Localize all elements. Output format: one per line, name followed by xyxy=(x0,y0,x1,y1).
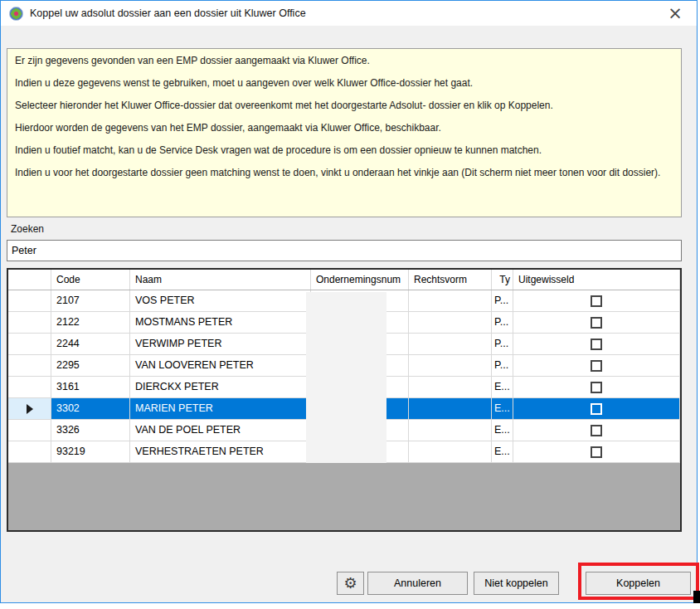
cell-uitg xyxy=(513,441,680,462)
table-header-row: Code Naam Ondernemingsnum Rechtsvorm Ty … xyxy=(8,270,680,290)
screenshot-canvas: Koppel uw adsolut dossier aan een dossie… xyxy=(0,0,700,609)
cell-naam: VERWIMP PETER xyxy=(130,334,311,354)
cell-ty: E... xyxy=(492,441,513,462)
info-paragraph: Selecteer hieronder het Kluwer Office-do… xyxy=(15,99,673,112)
settings-button[interactable]: ⚙ xyxy=(337,572,364,595)
search-label: Zoeken xyxy=(11,223,44,235)
cell-uitg xyxy=(513,355,680,376)
cell-code: 93219 xyxy=(51,441,130,462)
cell-rv xyxy=(409,420,492,441)
title-bar: Koppel uw adsolut dossier aan een dossie… xyxy=(1,1,697,26)
info-paragraph: Er zijn gegevens gevonden van een EMP do… xyxy=(15,54,673,67)
cell-naam: VAN DE POEL PETER xyxy=(130,420,311,441)
screen-artifact xyxy=(693,591,700,603)
cell-sel xyxy=(8,312,51,333)
cell-code: 2107 xyxy=(51,290,130,311)
cell-rv xyxy=(409,398,492,419)
cell-rv xyxy=(409,441,492,462)
koppelen-button[interactable]: Koppelen xyxy=(586,572,691,595)
info-panel: Er zijn gegevens gevonden van een EMP do… xyxy=(7,48,682,217)
cell-uitg xyxy=(513,420,680,441)
cell-uitg xyxy=(513,334,680,354)
search-input[interactable] xyxy=(7,240,682,261)
app-icon xyxy=(9,7,23,21)
info-paragraph: Hierdoor worden de gegevens van het EMP … xyxy=(15,121,673,134)
cell-uitg xyxy=(513,290,680,311)
current-row-arrow-icon xyxy=(27,404,33,414)
cell-naam: MARIEN PETER xyxy=(130,398,311,419)
table-empty-area xyxy=(8,463,680,530)
cell-code: 2295 xyxy=(51,355,130,376)
cell-code: 2122 xyxy=(51,312,130,333)
cell-naam: VOS PETER xyxy=(130,290,311,311)
info-paragraph: Indien u voor het doorgestarte dossier g… xyxy=(15,166,673,179)
uitgewisseld-checkbox[interactable] xyxy=(591,317,602,329)
cell-ty: E... xyxy=(492,420,513,441)
cell-uitg xyxy=(513,398,680,419)
cell-code: 2244 xyxy=(51,334,130,354)
column-header-rechtsvorm[interactable]: Rechtsvorm xyxy=(409,270,492,290)
cell-rv xyxy=(409,290,492,311)
cancel-button[interactable]: Annuleren xyxy=(367,572,468,595)
niet-koppelen-button[interactable]: Niet koppelen xyxy=(474,572,559,595)
dialog-window: Koppel uw adsolut dossier aan een dossie… xyxy=(0,0,698,603)
window-title: Koppel uw adsolut dossier aan een dossie… xyxy=(30,7,306,19)
cell-code: 3326 xyxy=(51,420,130,441)
column-header-code[interactable]: Code xyxy=(51,270,130,290)
cell-ty: E... xyxy=(492,377,513,397)
gear-icon: ⚙ xyxy=(343,574,357,592)
cell-naam: VERHESTRAETEN PETER xyxy=(130,441,311,462)
cell-naam: VAN LOOVEREN PETER xyxy=(130,355,311,376)
close-icon[interactable]: × xyxy=(664,2,687,25)
cell-rv xyxy=(409,377,492,397)
cell-ty: P... xyxy=(492,334,513,354)
cell-rv xyxy=(409,334,492,354)
dossier-table: Code Naam Ondernemingsnum Rechtsvorm Ty … xyxy=(7,268,682,532)
uitgewisseld-checkbox[interactable] xyxy=(591,360,602,372)
column-header-naam[interactable]: Naam xyxy=(130,270,311,290)
cell-uitg xyxy=(513,377,680,397)
uitgewisseld-checkbox[interactable] xyxy=(591,446,602,458)
cell-ty: P... xyxy=(492,290,513,311)
cell-sel xyxy=(8,290,51,311)
column-header-type[interactable]: Ty xyxy=(492,270,513,290)
column-header-uitgewisseld[interactable]: Uitgewisseld xyxy=(513,270,680,290)
column-header-selector[interactable] xyxy=(8,270,51,290)
cell-rv xyxy=(409,355,492,376)
cell-sel xyxy=(8,334,51,354)
cell-sel xyxy=(8,398,51,419)
cell-uitg xyxy=(513,312,680,333)
uitgewisseld-checkbox[interactable] xyxy=(591,382,602,393)
cell-code: 3302 xyxy=(51,398,130,419)
cell-naam: DIERCKX PETER xyxy=(130,377,311,397)
info-paragraph: Indien u deze gegevens wenst te gebruike… xyxy=(15,76,673,90)
uitgewisseld-checkbox[interactable] xyxy=(591,339,602,350)
cell-ty: P... xyxy=(492,355,513,376)
redaction-overlay xyxy=(306,292,386,463)
uitgewisseld-checkbox[interactable] xyxy=(591,403,602,415)
column-header-ondernemingsnummer[interactable]: Ondernemingsnum xyxy=(311,270,409,290)
uitgewisseld-checkbox[interactable] xyxy=(591,425,602,436)
info-paragraph: Indien u foutief matcht, kan u de Servic… xyxy=(15,144,673,157)
cell-code: 3161 xyxy=(51,377,130,397)
cell-sel xyxy=(8,420,51,441)
cell-rv xyxy=(409,312,492,333)
cell-sel xyxy=(8,441,51,462)
cell-ty: P... xyxy=(492,312,513,333)
uitgewisseld-checkbox[interactable] xyxy=(591,295,602,307)
cell-naam: MOSTMANS PETER xyxy=(130,312,311,333)
cell-sel xyxy=(8,355,51,376)
cell-ty: E... xyxy=(492,398,513,419)
cell-sel xyxy=(8,377,51,397)
